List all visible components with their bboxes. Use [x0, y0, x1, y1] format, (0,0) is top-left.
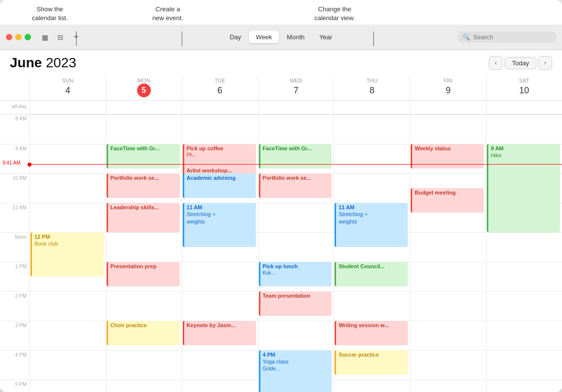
event-ev20[interactable]: Choir practice [107, 321, 180, 345]
event-title-ev1: FaceTime with Gr... [111, 145, 177, 152]
grid-thu-10[interactable] [334, 173, 410, 203]
grid-sat-12[interactable] [486, 232, 562, 262]
grid-sat-13[interactable] [486, 262, 562, 291]
event-ev6[interactable]: 9 AMHike [487, 144, 560, 232]
event-title-ev13: Stretching + [338, 211, 405, 218]
grid-mon-12[interactable] [106, 232, 182, 262]
grid-sun-10[interactable] [29, 173, 106, 203]
time-label-9am: 9 AM [0, 144, 29, 173]
grid-tue-8[interactable] [182, 114, 258, 144]
view-month-button[interactable]: Month [280, 31, 311, 43]
grid-mon-8[interactable] [106, 114, 182, 144]
grid-mon-14[interactable] [106, 291, 182, 321]
today-button[interactable]: Today [505, 57, 536, 69]
allday-label: all-day [0, 101, 29, 114]
minimize-button[interactable] [15, 34, 22, 40]
event-ev19[interactable]: Keynote by Jasm... [183, 321, 256, 345]
event-ev15[interactable]: Presentation prep [107, 262, 180, 286]
event-ev2[interactable]: Pick up coffeePh... [183, 144, 256, 168]
event-ev9[interactable]: Portfolio work se... [259, 173, 332, 198]
event-ev23[interactable]: 4 PMYoga classGolde... [259, 350, 332, 392]
grid-sun-16[interactable] [29, 350, 106, 380]
grid-fri-14[interactable] [410, 291, 486, 321]
grid-wed-15[interactable] [258, 321, 334, 350]
event-ev10[interactable]: Budget meeting [411, 188, 484, 213]
grid-sat-17[interactable] [486, 380, 562, 392]
event-ev8[interactable]: Academic advising [183, 173, 256, 198]
close-button[interactable] [6, 34, 12, 40]
grid-fri-17[interactable] [410, 380, 486, 392]
grid-thu-8[interactable] [334, 114, 410, 144]
grid-tue-14[interactable] [182, 291, 258, 321]
event-ev5[interactable]: Weekly status [411, 144, 484, 168]
titlebar: ▦ ⊟ + Day Week Month Year 🔍 [0, 25, 562, 50]
grid-fri-13[interactable] [410, 262, 486, 291]
time-label-11am: 11 AM [0, 203, 29, 232]
event-ev21[interactable]: Writing session w... [335, 321, 408, 345]
prev-button[interactable]: ‹ [489, 56, 503, 70]
grid-sun-14[interactable] [29, 291, 106, 321]
time-label-10am: 10 AM [0, 173, 29, 203]
event-sub-ev23: Golde... [263, 366, 280, 371]
event-ev1[interactable]: FaceTime with Gr... [107, 144, 180, 168]
event-title-ev19: Keynote by Jasm... [187, 322, 253, 329]
event-ev7[interactable]: Portfolio work se... [107, 173, 180, 198]
grid-tue-16[interactable] [182, 350, 258, 380]
time-label-8am: 8 AM [0, 114, 29, 144]
event-ev14[interactable]: 12 PMBook club [30, 232, 104, 277]
grid-wed-8[interactable] [258, 114, 334, 144]
grid-fri-12[interactable] [410, 232, 486, 262]
grid-sun-17[interactable] [29, 380, 106, 392]
allday-fri [410, 101, 486, 114]
annotation-calendar-list: Show thecalendar list. [32, 5, 68, 23]
calendar-list-button[interactable]: ▦ [38, 30, 52, 44]
maximize-button[interactable] [25, 34, 31, 40]
grid-tue-13[interactable] [182, 262, 258, 291]
grid-fri-15[interactable] [410, 321, 486, 350]
days-header: SUN 4 MON 5 TUE 6 WED 7 THU 8 FRI 9 SAT … [0, 75, 562, 101]
next-button[interactable]: › [538, 56, 552, 70]
view-switcher: Day Week Month Year [223, 31, 339, 43]
grid-sun-9[interactable] [29, 144, 106, 173]
event-ev18[interactable]: Team presentation [259, 291, 332, 316]
grid-wed-11[interactable] [258, 203, 334, 232]
grid-thu-9[interactable] [334, 144, 410, 173]
day-header-mon: MON 5 [106, 75, 182, 100]
grid-sat-15[interactable] [486, 321, 562, 350]
grid-sun-15[interactable] [29, 321, 106, 350]
event-ev17[interactable]: Student Council... [335, 262, 408, 286]
event-ev11[interactable]: Leadership skills... [107, 203, 180, 232]
grid-tue-17[interactable] [182, 380, 258, 392]
grid-sat-8[interactable] [486, 114, 562, 144]
grid-sun-11[interactable] [29, 203, 106, 232]
grid-thu-14[interactable] [334, 291, 410, 321]
search-icon: 🔍 [463, 34, 470, 41]
grid-mon-16[interactable] [106, 350, 182, 380]
time-grid: 8 AM 9 AM 10 AM [0, 114, 562, 392]
grid-sat-14[interactable] [486, 291, 562, 321]
time-grid-scroll[interactable]: 8 AM 9 AM 10 AM [0, 114, 562, 392]
grid-mon-17[interactable] [106, 380, 182, 392]
grid-sun-8[interactable] [29, 114, 106, 144]
grid-thu-17[interactable] [334, 380, 410, 392]
time-col-header [0, 75, 29, 100]
event-ev12[interactable]: 11 AMStretching +weights [183, 203, 256, 247]
event-ev4[interactable]: FaceTime with Gr... [259, 144, 332, 168]
grid-wed-12[interactable] [258, 232, 334, 262]
add-event-button[interactable]: + [69, 30, 83, 44]
event-ev13[interactable]: 11 AMStretching +weights [335, 203, 408, 247]
grid-fri-8[interactable] [410, 114, 486, 144]
time-label-5pm: 5 PM [0, 380, 29, 392]
view-day-button[interactable]: Day [223, 31, 248, 43]
search-input[interactable] [473, 33, 551, 41]
event-sub-ev16: Kok... [263, 270, 276, 276]
event-title-ev12: Stretching + [187, 211, 253, 218]
event-ev22[interactable]: Soccer practice [335, 350, 408, 375]
grid-sat-16[interactable] [486, 350, 562, 380]
day-header-sat: SAT 10 [486, 75, 562, 100]
inbox-button[interactable]: ⊟ [54, 30, 67, 44]
grid-fri-16[interactable] [410, 350, 486, 380]
event-ev16[interactable]: Pick up lunchKok... [259, 262, 332, 286]
view-week-button[interactable]: Week [249, 31, 279, 43]
view-year-button[interactable]: Year [312, 31, 339, 43]
